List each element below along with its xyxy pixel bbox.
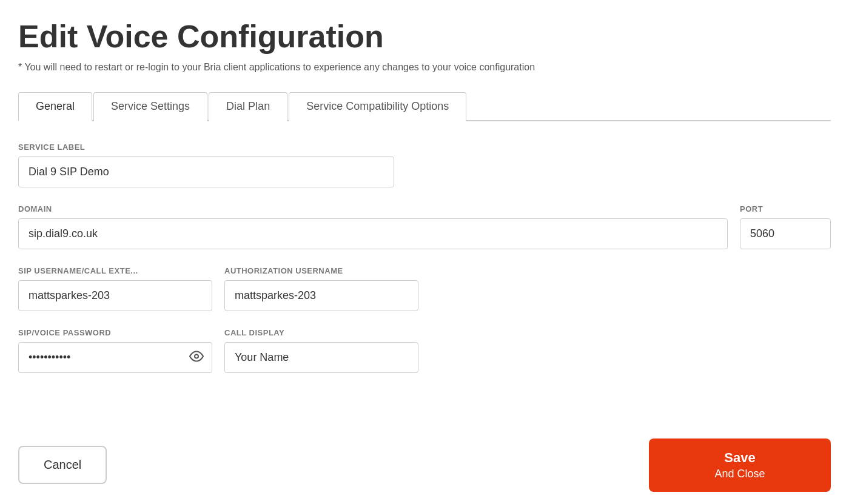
call-display-label: CALL DISPLAY [224, 328, 418, 337]
port-group: PORT [740, 204, 831, 249]
footer: Cancel Save And Close [18, 438, 831, 504]
sip-username-input[interactable] [18, 280, 212, 311]
tab-service-settings[interactable]: Service Settings [93, 92, 207, 121]
domain-input[interactable] [18, 218, 728, 249]
sip-username-label: SIP USERNAME/CALL EXTE... [18, 266, 212, 275]
port-input[interactable] [740, 218, 831, 249]
domain-label: DOMAIN [18, 204, 728, 213]
sip-password-group: SIP/VOICE PASSWORD [18, 328, 212, 373]
tab-service-compatibility[interactable]: Service Compatibility Options [289, 92, 466, 121]
page-subtitle: * You will need to restart or re-login t… [18, 62, 831, 73]
service-label-input[interactable] [18, 156, 394, 187]
sip-username-group: SIP USERNAME/CALL EXTE... [18, 266, 212, 311]
toggle-password-icon[interactable] [189, 349, 204, 366]
service-label-label: SERVICE LABEL [18, 143, 831, 152]
call-display-group: CALL DISPLAY [224, 328, 418, 373]
port-label: PORT [740, 204, 831, 213]
save-sub-label: And Close [697, 467, 782, 481]
tabs-container: General Service Settings Dial Plan Servi… [18, 91, 831, 121]
username-row: SIP USERNAME/CALL EXTE... AUTHORIZATION … [18, 266, 418, 328]
sip-password-label: SIP/VOICE PASSWORD [18, 328, 212, 337]
auth-username-label: AUTHORIZATION USERNAME [224, 266, 418, 275]
sip-password-input[interactable] [18, 342, 212, 373]
auth-username-group: AUTHORIZATION USERNAME [224, 266, 418, 311]
password-display-row: SIP/VOICE PASSWORD CALL DISPLAY [18, 328, 418, 390]
cancel-button[interactable]: Cancel [18, 446, 107, 484]
service-label-group: SERVICE LABEL [18, 143, 831, 187]
call-display-input[interactable] [224, 342, 418, 373]
save-button[interactable]: Save And Close [649, 438, 831, 492]
tab-general[interactable]: General [18, 92, 92, 121]
domain-group: DOMAIN [18, 204, 728, 249]
save-label: Save [724, 450, 755, 465]
page-title: Edit Voice Configuration [18, 18, 831, 55]
password-wrapper [18, 342, 212, 373]
auth-username-input[interactable] [224, 280, 418, 311]
svg-point-0 [195, 354, 198, 358]
tab-dial-plan[interactable]: Dial Plan [209, 92, 287, 121]
form-section: SERVICE LABEL DOMAIN PORT SIP USERNAME/C… [18, 143, 831, 402]
domain-port-row: DOMAIN PORT [18, 204, 831, 266]
